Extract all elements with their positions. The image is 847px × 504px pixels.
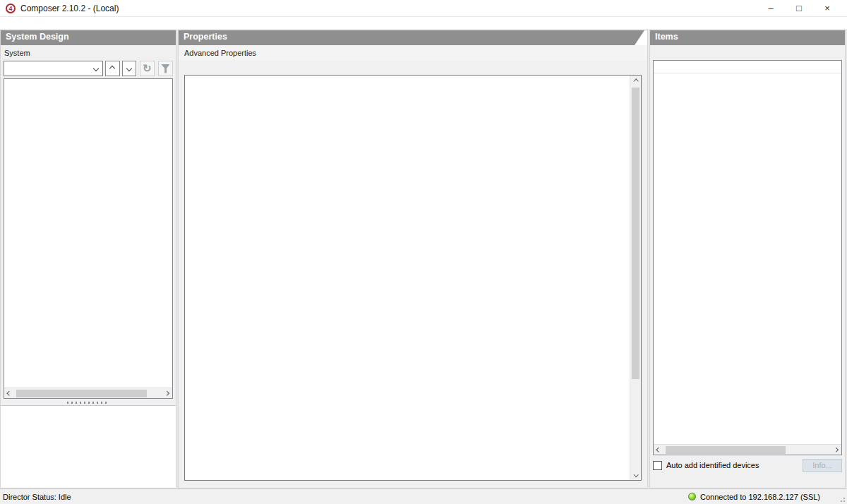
connection-status: Connected to 192.168.2.127 (SSL) xyxy=(688,493,820,501)
control4-logo-icon: 4 xyxy=(6,4,16,13)
items-horizontal-scrollbar[interactable] xyxy=(654,444,841,455)
auto-add-label: Auto add identified devices xyxy=(666,461,759,469)
items-header: Items xyxy=(650,30,845,45)
search-down-button[interactable] xyxy=(122,61,136,76)
properties-vertical-scrollbar[interactable] xyxy=(630,76,641,480)
tree-search-row: ↻ xyxy=(1,59,176,78)
properties-content xyxy=(184,75,642,481)
menu-bar xyxy=(0,17,847,30)
chevron-down-icon xyxy=(93,66,99,71)
system-label: System xyxy=(1,45,176,59)
connected-led-icon xyxy=(688,493,696,500)
scroll-down-arrow[interactable] xyxy=(630,469,642,480)
scroll-left-arrow[interactable] xyxy=(4,388,15,399)
property-tabs xyxy=(179,61,647,75)
refresh-button[interactable]: ↻ xyxy=(140,61,155,76)
scrollbar-thumb[interactable] xyxy=(632,88,639,379)
status-bar: Director Status: Idle Connected to 192.1… xyxy=(0,488,847,504)
system-design-header: System Design xyxy=(1,30,176,45)
info-button[interactable]: Info... xyxy=(803,459,842,472)
properties-header-row: Properties xyxy=(179,30,647,45)
chevron-up-icon xyxy=(109,66,115,71)
scroll-right-arrow[interactable] xyxy=(162,388,172,399)
items-footer: Auto add identified devices Info... xyxy=(653,457,842,474)
advanced-properties-label: Advanced Properties xyxy=(179,45,647,61)
maximize-button[interactable]: □ xyxy=(785,3,813,13)
search-up-button[interactable] xyxy=(105,61,119,76)
resize-grip[interactable] xyxy=(840,497,846,503)
items-column-headers xyxy=(654,61,841,73)
title-bar: 4 Composer 2.10.2 - (Local) – □ × xyxy=(0,0,847,17)
filter-icon xyxy=(161,64,170,73)
items-table xyxy=(653,60,842,455)
project-tree xyxy=(4,78,173,399)
module-nav-list xyxy=(1,405,176,488)
properties-header: Properties xyxy=(179,30,644,45)
refresh-icon: ↻ xyxy=(143,64,152,73)
tree-horizontal-scrollbar[interactable] xyxy=(4,388,172,398)
items-tabs xyxy=(650,45,845,47)
chevron-down-icon xyxy=(126,66,131,71)
scroll-right-arrow[interactable] xyxy=(831,445,841,455)
scroll-up-arrow[interactable] xyxy=(630,76,642,87)
search-combobox[interactable] xyxy=(4,61,103,76)
minimize-button[interactable]: – xyxy=(757,3,785,13)
scrollbar-thumb[interactable] xyxy=(666,446,786,454)
view-tabs xyxy=(644,30,647,45)
close-button[interactable]: × xyxy=(813,3,841,13)
app-window: 4 Composer 2.10.2 - (Local) – □ × System… xyxy=(0,0,847,504)
items-panel: Items Auto add identified devices Info..… xyxy=(649,30,846,488)
scrollbar-thumb[interactable] xyxy=(16,390,147,397)
panel-splitter[interactable] xyxy=(1,400,176,404)
properties-panel: Properties Advanced Properties xyxy=(178,30,648,488)
main-area: System Design System ↻ xyxy=(0,30,847,488)
auto-add-checkbox[interactable] xyxy=(653,461,662,470)
scroll-left-arrow[interactable] xyxy=(654,445,664,455)
director-status: Director Status: Idle xyxy=(3,493,71,501)
window-title: Composer 2.10.2 - (Local) xyxy=(20,4,119,13)
filter-button[interactable] xyxy=(158,61,173,76)
system-design-panel: System Design System ↻ xyxy=(0,30,176,488)
